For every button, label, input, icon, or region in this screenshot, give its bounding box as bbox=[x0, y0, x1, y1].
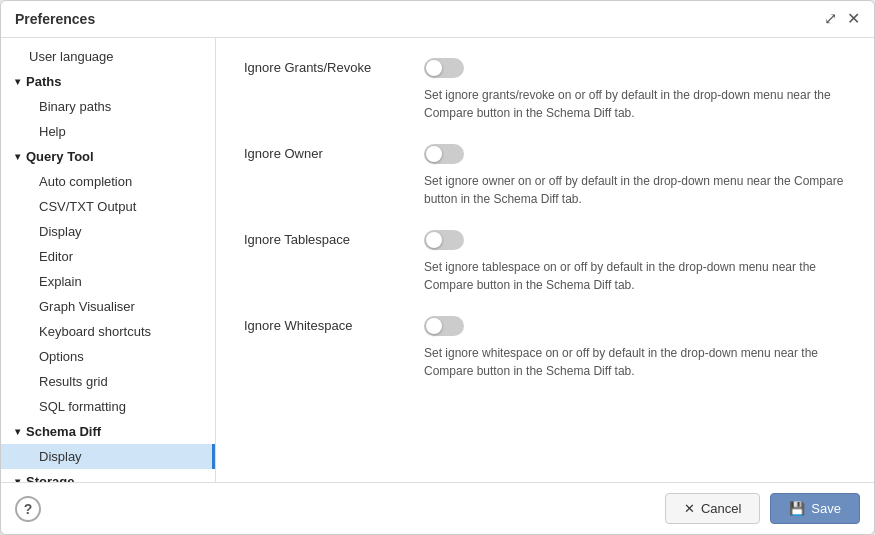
setting-row-ignore-whitespace: Ignore WhitespaceSet ignore whitespace o… bbox=[244, 316, 846, 380]
sidebar-item-display[interactable]: Display bbox=[1, 219, 215, 244]
sidebar-item-label: Auto completion bbox=[39, 174, 132, 189]
sidebar-item-label: Display bbox=[39, 449, 82, 464]
expand-icon[interactable]: ⤢ bbox=[824, 11, 837, 27]
setting-label-ignore-grants-revoke: Ignore Grants/Revoke bbox=[244, 58, 404, 75]
sidebar-item-label: Editor bbox=[39, 249, 73, 264]
header-icons: ⤢ ✕ bbox=[824, 11, 860, 27]
sidebar-item-auto-completion[interactable]: Auto completion bbox=[1, 169, 215, 194]
close-icon[interactable]: ✕ bbox=[847, 11, 860, 27]
sidebar-item-editor[interactable]: Editor bbox=[1, 244, 215, 269]
sidebar-item-label: Results grid bbox=[39, 374, 108, 389]
main-content: Ignore Grants/RevokeSet ignore grants/re… bbox=[216, 38, 874, 482]
save-button[interactable]: 💾 Save bbox=[770, 493, 860, 524]
chevron-icon: ▾ bbox=[15, 151, 20, 162]
sidebar-item-explain[interactable]: Explain bbox=[1, 269, 215, 294]
sidebar-item-sql-formatting[interactable]: SQL formatting bbox=[1, 394, 215, 419]
sidebar-item-label: Query Tool bbox=[26, 149, 94, 164]
preferences-dialog: Preferences ⤢ ✕ User language▾PathsBinar… bbox=[0, 0, 875, 535]
setting-row-ignore-tablespace: Ignore TablespaceSet ignore tablespace o… bbox=[244, 230, 846, 294]
help-button[interactable]: ? bbox=[15, 496, 41, 522]
toggle-thumb bbox=[426, 60, 442, 76]
sidebar-item-binary-paths[interactable]: Binary paths bbox=[1, 94, 215, 119]
setting-description-ignore-whitespace: Set ignore whitespace on or off by defau… bbox=[424, 344, 846, 380]
sidebar-item-csv-txt-output[interactable]: CSV/TXT Output bbox=[1, 194, 215, 219]
dialog-body: User language▾PathsBinary pathsHelp▾Quer… bbox=[1, 38, 874, 482]
toggle-ignore-grants-revoke[interactable] bbox=[424, 58, 464, 78]
sidebar-item-label: Storage bbox=[26, 474, 74, 482]
sidebar-item-label: User language bbox=[29, 49, 114, 64]
chevron-icon: ▾ bbox=[15, 426, 20, 437]
sidebar-item-label: Graph Visualiser bbox=[39, 299, 135, 314]
setting-description-ignore-tablespace: Set ignore tablespace on or off by defau… bbox=[424, 258, 846, 294]
sidebar-item-results-grid[interactable]: Results grid bbox=[1, 369, 215, 394]
setting-row-ignore-grants-revoke: Ignore Grants/RevokeSet ignore grants/re… bbox=[244, 58, 846, 122]
setting-label-ignore-whitespace: Ignore Whitespace bbox=[244, 316, 404, 333]
sidebar-item-label: Paths bbox=[26, 74, 61, 89]
footer-left: ? bbox=[15, 496, 41, 522]
sidebar-item-schema-diff[interactable]: ▾Schema Diff bbox=[1, 419, 215, 444]
setting-description-ignore-owner: Set ignore owner on or off by default in… bbox=[424, 172, 846, 208]
sidebar-item-label: Display bbox=[39, 224, 82, 239]
cancel-icon: ✕ bbox=[684, 501, 695, 516]
sidebar-item-label: Help bbox=[39, 124, 66, 139]
setting-control-ignore-owner: Set ignore owner on or off by default in… bbox=[424, 144, 846, 208]
sidebar-item-label: Schema Diff bbox=[26, 424, 101, 439]
sidebar-item-label: Binary paths bbox=[39, 99, 111, 114]
sidebar-item-label: Options bbox=[39, 349, 84, 364]
sidebar-item-storage[interactable]: ▾Storage bbox=[1, 469, 215, 482]
sidebar-item-help[interactable]: Help bbox=[1, 119, 215, 144]
sidebar-item-user-language[interactable]: User language bbox=[1, 44, 215, 69]
sidebar-item-label: CSV/TXT Output bbox=[39, 199, 136, 214]
sidebar-item-graph-visualiser[interactable]: Graph Visualiser bbox=[1, 294, 215, 319]
setting-control-ignore-tablespace: Set ignore tablespace on or off by defau… bbox=[424, 230, 846, 294]
toggle-thumb bbox=[426, 232, 442, 248]
dialog-header: Preferences ⤢ ✕ bbox=[1, 1, 874, 38]
sidebar-item-paths[interactable]: ▾Paths bbox=[1, 69, 215, 94]
toggle-ignore-tablespace[interactable] bbox=[424, 230, 464, 250]
cancel-button[interactable]: ✕ Cancel bbox=[665, 493, 760, 524]
sidebar-item-schema-diff-display[interactable]: Display bbox=[1, 444, 215, 469]
sidebar-item-label: Explain bbox=[39, 274, 82, 289]
sidebar-item-label: SQL formatting bbox=[39, 399, 126, 414]
cancel-label: Cancel bbox=[701, 501, 741, 516]
sidebar-item-query-tool[interactable]: ▾Query Tool bbox=[1, 144, 215, 169]
toggle-ignore-owner[interactable] bbox=[424, 144, 464, 164]
save-icon: 💾 bbox=[789, 501, 805, 516]
sidebar-item-keyboard-shortcuts[interactable]: Keyboard shortcuts bbox=[1, 319, 215, 344]
dialog-footer: ? ✕ Cancel 💾 Save bbox=[1, 482, 874, 534]
chevron-icon: ▾ bbox=[15, 76, 20, 87]
toggle-thumb bbox=[426, 318, 442, 334]
setting-row-ignore-owner: Ignore OwnerSet ignore owner on or off b… bbox=[244, 144, 846, 208]
sidebar-item-options[interactable]: Options bbox=[1, 344, 215, 369]
footer-right: ✕ Cancel 💾 Save bbox=[665, 493, 860, 524]
setting-label-ignore-tablespace: Ignore Tablespace bbox=[244, 230, 404, 247]
setting-control-ignore-grants-revoke: Set ignore grants/revoke on or off by de… bbox=[424, 58, 846, 122]
sidebar: User language▾PathsBinary pathsHelp▾Quer… bbox=[1, 38, 216, 482]
dialog-title: Preferences bbox=[15, 11, 95, 27]
save-label: Save bbox=[811, 501, 841, 516]
setting-control-ignore-whitespace: Set ignore whitespace on or off by defau… bbox=[424, 316, 846, 380]
toggle-ignore-whitespace[interactable] bbox=[424, 316, 464, 336]
sidebar-item-label: Keyboard shortcuts bbox=[39, 324, 151, 339]
setting-label-ignore-owner: Ignore Owner bbox=[244, 144, 404, 161]
setting-description-ignore-grants-revoke: Set ignore grants/revoke on or off by de… bbox=[424, 86, 846, 122]
toggle-thumb bbox=[426, 146, 442, 162]
